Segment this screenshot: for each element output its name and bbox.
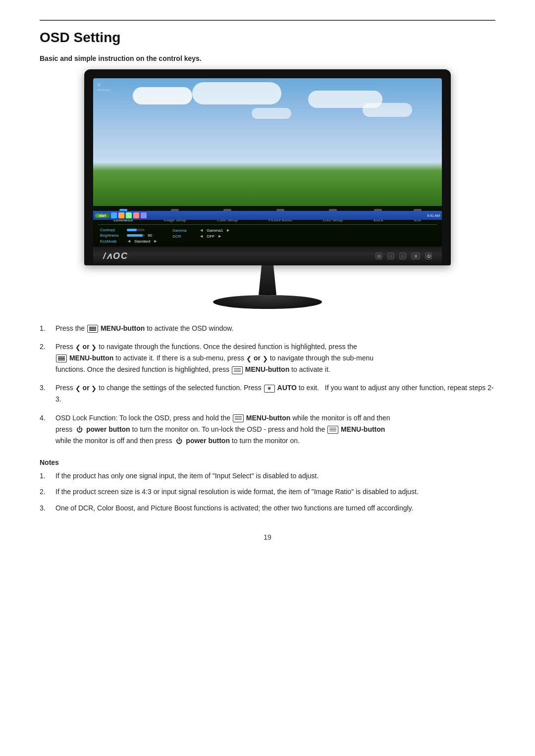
note-num-2: 2. (40, 486, 51, 497)
monitor-btn-input: ⊟ (375, 252, 382, 259)
menu-icon-1 (87, 325, 98, 333)
menu-icon-2b (232, 366, 243, 374)
menu-icon-2a (56, 354, 67, 362)
note-text-1: If the product has only one signal input… (55, 470, 319, 481)
screen-logo: ⊞windows (97, 82, 110, 92)
step-num-4: 4. (40, 412, 51, 447)
auto-icon: ⊕ (264, 385, 275, 393)
note-num-1: 1. (40, 470, 51, 481)
note-text-2: If the product screen size is 4:3 or inp… (55, 486, 419, 497)
note-item-2: 2. If the product screen size is 4:3 or … (40, 486, 495, 497)
instruction-2: 2. Press ❮ or ❯ to navigate through the … (40, 341, 495, 375)
monitor-brand: /ᴧOC (103, 251, 128, 261)
monitor-buttons: ⊟ ‹ › ⊞ ⏻ (375, 252, 432, 259)
subtitle: Basic and simple instruction on the cont… (40, 54, 495, 62)
page-title: OSD Setting (40, 30, 495, 46)
step-text-3: Press ❮ or ❯ to change the settings of t… (55, 382, 495, 405)
monitor-btn-right: › (399, 252, 406, 259)
monitor-image: ⊞windows start 9:41 AM ☀Luminance (40, 69, 495, 309)
step-num-2: 2. (40, 341, 51, 375)
step-num-1: 1. (40, 323, 51, 334)
monitor-btn-left: ‹ (387, 252, 394, 259)
note-num-3: 3. (40, 503, 51, 513)
monitor-screen: ⊞windows start 9:41 AM ☀Luminance (93, 78, 442, 247)
page-number: 19 (40, 533, 495, 541)
power-icon-4a: ⏻ (75, 426, 84, 434)
instructions: 1. Press the MENU-button to activate the… (40, 323, 495, 447)
monitor-btn-power: ⏻ (425, 252, 432, 259)
note-item-1: 1. If the product has only one signal in… (40, 470, 495, 481)
instruction-1: 1. Press the MENU-button to activate the… (40, 323, 495, 334)
menu-icon-4a (233, 414, 244, 422)
step-text-1: Press the MENU-button to activate the OS… (55, 323, 233, 334)
instruction-3: 3. Press ❮ or ❯ to change the settings o… (40, 382, 495, 405)
step-text-2: Press ❮ or ❯ to navigate through the fun… (55, 341, 374, 375)
monitor-stand-base (213, 295, 322, 309)
power-icon-4b: ⏻ (174, 437, 183, 445)
monitor-stand-neck (253, 265, 282, 295)
notes-section: Notes 1. If the product has only one sig… (40, 458, 495, 513)
step-num-3: 3. (40, 382, 51, 405)
step-text-4: OSD Lock Function: To lock the OSD, pres… (55, 412, 390, 447)
top-divider (40, 20, 495, 21)
notes-title: Notes (40, 458, 495, 466)
screen-taskbar: start 9:41 AM (93, 211, 442, 220)
monitor-btn-menu: ⊞ (411, 252, 420, 259)
note-text-3: One of DCR, Color Boost, and Picture Boo… (55, 503, 413, 513)
monitor-bezel-bottom: /ᴧOC ⊟ ‹ › ⊞ ⏻ (93, 247, 442, 265)
instruction-4: 4. OSD Lock Function: To lock the OSD, p… (40, 412, 495, 447)
menu-icon-4b (327, 426, 338, 434)
monitor-frame: ⊞windows start 9:41 AM ☀Luminance (84, 69, 451, 265)
note-item-3: 3. One of DCR, Color Boost, and Picture … (40, 503, 495, 513)
